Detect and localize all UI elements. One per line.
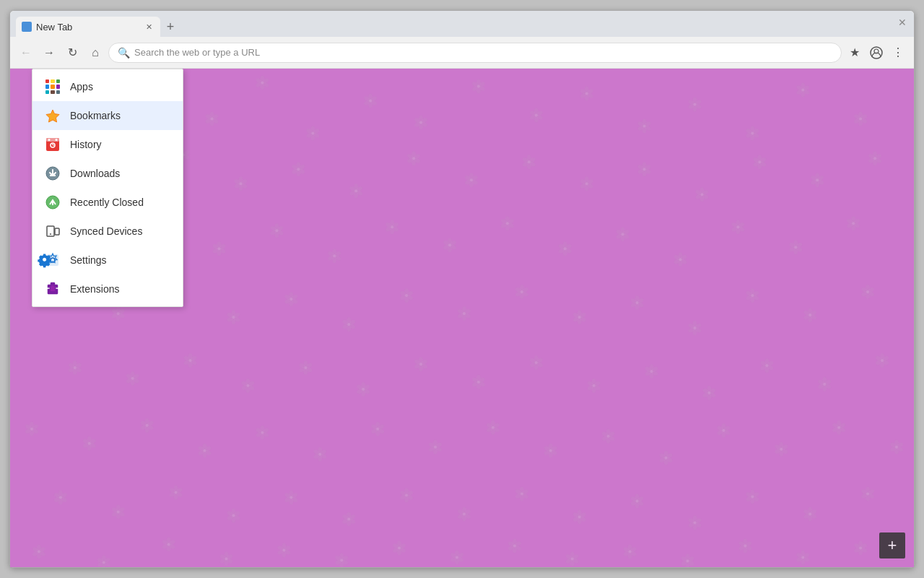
address-bar[interactable]: 🔍 Search the web or type a URL	[108, 43, 842, 63]
add-page-button[interactable]: +	[879, 532, 905, 558]
svg-point-6	[10, 69, 11, 74]
menu-item-recently-closed-label: Recently Closed	[70, 197, 144, 208]
downloads-icon	[44, 165, 61, 182]
tab-title: New Tab	[36, 22, 139, 33]
svg-point-7	[10, 69, 11, 70]
svg-point-12	[48, 139, 51, 141]
menu-item-downloads[interactable]: Downloads	[32, 159, 183, 188]
menu-item-bookmarks-label: Bookmarks	[70, 110, 121, 121]
window-close-button[interactable]: ✕	[897, 17, 908, 28]
browser-window: New Tab ✕ + ✕ ← → ↻ ⌂ 🔍 Search the web o…	[9, 10, 915, 568]
history-icon	[44, 136, 61, 153]
svg-point-8	[10, 69, 12, 70]
menu-item-history-label: History	[70, 139, 102, 150]
address-text: Search the web or type a URL	[134, 47, 260, 58]
nav-right-icons: ★ ⋮	[845, 43, 908, 63]
menu-item-synced-devices-label: Synced Devices	[70, 225, 142, 237]
bookmarks-icon	[44, 107, 61, 124]
extensions-icon	[44, 280, 61, 298]
profile-button[interactable]	[866, 43, 886, 63]
home-button[interactable]: ⌂	[85, 43, 105, 63]
menu-item-downloads-label: Downloads	[70, 168, 120, 179]
forward-button[interactable]: →	[39, 43, 59, 63]
menu-button[interactable]: ⋮	[888, 43, 908, 63]
apps-icon	[44, 78, 61, 95]
title-bar: New Tab ✕ + ✕	[10, 11, 914, 37]
svg-point-3	[10, 69, 17, 70]
menu-item-history[interactable]: History	[32, 130, 183, 159]
recently-closed-icon	[44, 194, 61, 211]
menu-item-recently-closed[interactable]: Recently Closed	[32, 188, 183, 217]
settings-icon	[44, 251, 61, 269]
search-icon: 🔍	[118, 47, 130, 59]
content-area: Apps Bookmarks	[10, 69, 914, 567]
svg-rect-25	[55, 228, 59, 235]
back-button[interactable]: ←	[16, 43, 36, 63]
svg-marker-9	[46, 110, 59, 122]
svg-point-5	[10, 69, 12, 76]
browser-tab[interactable]: New Tab ✕	[16, 17, 160, 37]
menu-item-settings-label: Settings	[70, 254, 107, 266]
menu-item-bookmarks[interactable]: Bookmarks	[32, 101, 183, 130]
tab-close-button[interactable]: ✕	[143, 21, 154, 33]
menu-item-apps[interactable]: Apps	[32, 72, 183, 101]
synced-devices-icon	[44, 223, 61, 240]
menu-item-settings[interactable]: Settings	[32, 246, 183, 275]
bookmark-button[interactable]: ★	[845, 43, 865, 63]
nav-bar: ← → ↻ ⌂ 🔍 Search the web or type a URL ★…	[10, 37, 914, 69]
reload-button[interactable]: ↻	[62, 43, 82, 63]
menu-item-extensions-label: Extensions	[70, 283, 119, 295]
menu-item-extensions[interactable]: Extensions	[32, 275, 183, 303]
tab-favicon	[22, 22, 32, 32]
dropdown-menu: Apps Bookmarks	[32, 69, 183, 307]
svg-point-4	[10, 69, 17, 74]
menu-item-apps-label: Apps	[70, 81, 93, 92]
svg-rect-24	[47, 226, 54, 236]
menu-item-synced-devices[interactable]: Synced Devices	[32, 217, 183, 246]
new-tab-button[interactable]: +	[160, 18, 180, 35]
svg-point-13	[56, 139, 58, 141]
